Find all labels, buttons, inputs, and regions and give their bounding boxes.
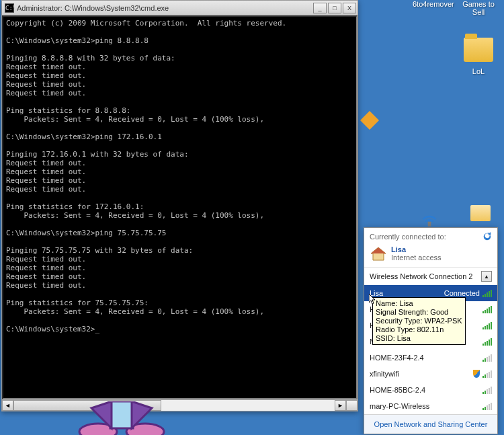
- network-item[interactable]: HOME-23F4-2.4: [364, 350, 497, 366]
- desktop-icon-6to4remover[interactable]: 6to4remover: [413, 0, 453, 8]
- network-flyout: Currently connected to: Lisa Internet ac…: [364, 227, 498, 434]
- scroll-left-button[interactable]: ◄: [2, 400, 13, 411]
- desktop-icon-games-to-sell[interactable]: Games to Sell: [458, 0, 499, 16]
- network-tooltip: Name: Lisa Signal Strength: Good Securit…: [372, 297, 466, 345]
- network-item[interactable]: mary-PC-Wireless: [364, 398, 497, 414]
- section-title: Wireless Network Connection 2: [370, 272, 472, 280]
- network-name: HOME-85BC-2.4: [370, 386, 425, 394]
- resize-grip[interactable]: [346, 400, 358, 411]
- network-name: HOME-23F4-2.4: [370, 354, 424, 362]
- flyout-header: Currently connected to:: [370, 233, 446, 241]
- network-state: Connected: [444, 289, 480, 297]
- open-network-center-link[interactable]: Open Network and Sharing Center: [364, 414, 497, 434]
- network-item[interactable]: HOME-85BC-2.4: [364, 382, 497, 398]
- network-item[interactable]: xfinitywifi: [364, 366, 497, 382]
- tray-wifi-icon[interactable]: [420, 208, 439, 227]
- current-network-status: Internet access: [391, 253, 442, 262]
- desktop-icon-label: LoL: [472, 67, 485, 75]
- svg-rect-0: [428, 222, 431, 227]
- tray-explorer-icon[interactable]: [470, 205, 491, 221]
- close-button[interactable]: X: [343, 3, 356, 13]
- signal-icon: [482, 321, 492, 329]
- signal-icon: [482, 289, 492, 297]
- network-name: mary-PC-Wireless: [370, 402, 429, 410]
- network-item-selected[interactable]: Lisa Connected Name: Lisa Signal Strengt…: [364, 285, 497, 301]
- network-name: xfinitywifi: [370, 370, 399, 378]
- collapse-button[interactable]: ▲: [481, 271, 492, 282]
- shield-icon: [473, 370, 480, 378]
- section-header: Wireless Network Connection 2 ▲: [364, 267, 497, 285]
- cmd-icon: C:\: [5, 3, 14, 13]
- decorative-sprite: [58, 401, 192, 435]
- desktop-icon-lol[interactable]: LoL: [458, 34, 499, 75]
- signal-icon: [482, 370, 492, 378]
- cursor-icon: [369, 294, 377, 305]
- titlebar[interactable]: C:\ Administrator: C:\Windows\System32\c…: [2, 1, 358, 15]
- desktop-icon-label: Games to Sell: [462, 0, 495, 16]
- maximize-button[interactable]: □: [328, 3, 341, 13]
- desktop-icon-label: 6to4remover: [413, 0, 454, 8]
- signal-icon: [482, 402, 492, 410]
- signal-icon: [482, 305, 492, 313]
- minimize-button[interactable]: _: [313, 3, 327, 13]
- signal-icon: [482, 338, 492, 346]
- cmd-window: C:\ Administrator: C:\Windows\System32\c…: [1, 0, 358, 411]
- svg-rect-3: [110, 401, 133, 428]
- window-title: Administrator: C:\Windows\System32\cmd.e…: [17, 4, 313, 12]
- terminal-output[interactable]: Copyright (c) 2009 Microsoft Corporation…: [2, 15, 358, 399]
- current-network-name: Lisa: [391, 245, 442, 253]
- refresh-icon[interactable]: [482, 232, 492, 241]
- home-network-icon: [370, 247, 387, 262]
- star-icon: [360, 111, 379, 130]
- current-connection[interactable]: Lisa Internet access: [364, 245, 497, 267]
- scroll-right-button[interactable]: ►: [335, 400, 346, 411]
- signal-icon: [482, 386, 492, 394]
- signal-icon: [482, 354, 492, 362]
- folder-icon: [462, 34, 495, 66]
